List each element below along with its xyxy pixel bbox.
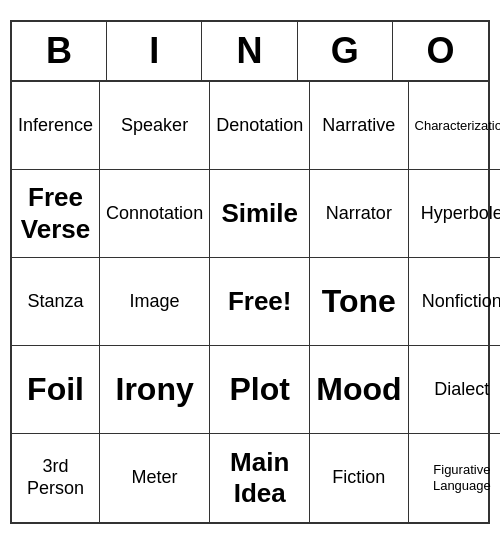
- cell-text: Simile: [221, 198, 298, 229]
- cell-text: Free!: [228, 286, 292, 317]
- bingo-cell[interactable]: Free!: [210, 258, 310, 346]
- cell-text: Image: [130, 291, 180, 313]
- bingo-cell[interactable]: Connotation: [100, 170, 210, 258]
- bingo-cell[interactable]: Inference: [12, 82, 100, 170]
- cell-text: Foil: [27, 370, 84, 408]
- header-letter: I: [107, 22, 202, 80]
- bingo-header: BINGO: [12, 22, 488, 82]
- cell-text: Dialect: [434, 379, 489, 401]
- header-letter: G: [298, 22, 393, 80]
- bingo-cell[interactable]: Dialect: [409, 346, 500, 434]
- header-letter: O: [393, 22, 488, 80]
- bingo-cell[interactable]: Free Verse: [12, 170, 100, 258]
- bingo-cell[interactable]: Nonfiction: [409, 258, 500, 346]
- cell-text: Irony: [115, 370, 193, 408]
- cell-text: Characterization: [415, 118, 500, 134]
- bingo-cell[interactable]: Image: [100, 258, 210, 346]
- bingo-cell[interactable]: Mood: [310, 346, 408, 434]
- bingo-cell[interactable]: Fiction: [310, 434, 408, 522]
- cell-text: Hyperbole: [421, 203, 500, 225]
- header-letter: N: [202, 22, 297, 80]
- cell-text: Inference: [18, 115, 93, 137]
- cell-text: Narrator: [326, 203, 392, 225]
- bingo-cell[interactable]: Irony: [100, 346, 210, 434]
- cell-text: Meter: [132, 467, 178, 489]
- bingo-cell[interactable]: Narrative: [310, 82, 408, 170]
- cell-text: Figurative Language: [433, 462, 491, 493]
- bingo-cell[interactable]: Narrator: [310, 170, 408, 258]
- cell-text: Nonfiction: [422, 291, 500, 313]
- cell-text: Main Idea: [230, 447, 289, 509]
- bingo-cell[interactable]: Denotation: [210, 82, 310, 170]
- bingo-cell[interactable]: Speaker: [100, 82, 210, 170]
- bingo-cell[interactable]: Tone: [310, 258, 408, 346]
- cell-text: Denotation: [216, 115, 303, 137]
- bingo-cell[interactable]: Figurative Language: [409, 434, 500, 522]
- cell-text: Narrative: [322, 115, 395, 137]
- bingo-card: BINGO InferenceSpeakerDenotationNarrativ…: [10, 20, 490, 524]
- bingo-grid: InferenceSpeakerDenotationNarrativeChara…: [12, 82, 488, 522]
- cell-text: Fiction: [332, 467, 385, 489]
- cell-text: Mood: [316, 370, 401, 408]
- bingo-cell[interactable]: Plot: [210, 346, 310, 434]
- bingo-cell[interactable]: Main Idea: [210, 434, 310, 522]
- cell-text: Connotation: [106, 203, 203, 225]
- cell-text: Stanza: [28, 291, 84, 313]
- bingo-cell[interactable]: Foil: [12, 346, 100, 434]
- bingo-cell[interactable]: Meter: [100, 434, 210, 522]
- bingo-cell[interactable]: Hyperbole: [409, 170, 500, 258]
- cell-text: 3rd Person: [27, 456, 84, 499]
- cell-text: Tone: [322, 282, 396, 320]
- bingo-cell[interactable]: 3rd Person: [12, 434, 100, 522]
- bingo-cell[interactable]: Simile: [210, 170, 310, 258]
- header-letter: B: [12, 22, 107, 80]
- cell-text: Plot: [229, 370, 289, 408]
- bingo-cell[interactable]: Characterization: [409, 82, 500, 170]
- cell-text: Free Verse: [21, 182, 90, 244]
- bingo-cell[interactable]: Stanza: [12, 258, 100, 346]
- cell-text: Speaker: [121, 115, 188, 137]
